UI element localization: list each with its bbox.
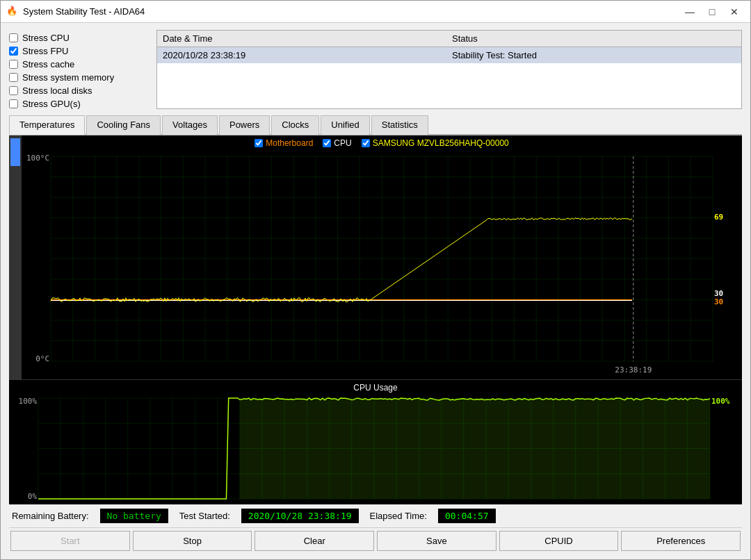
legend-mb-label: Motherboard bbox=[266, 138, 313, 148]
temp-chart-legend: Motherboard CPU SAMSUNG MZVLB256HAHQ-000… bbox=[26, 138, 738, 148]
stress-cache-label: Stress cache bbox=[22, 59, 74, 69]
log-row-empty bbox=[157, 77, 741, 91]
log-status: Stability Test: Started bbox=[446, 47, 741, 64]
test-started-label: Test Started: bbox=[179, 511, 230, 521]
tab-powers[interactable]: Powers bbox=[219, 115, 270, 135]
tab-clocks[interactable]: Clocks bbox=[271, 115, 319, 135]
legend-samsung-label: SAMSUNG MZVLB256HAHQ-00000 bbox=[373, 138, 509, 148]
window-title: System Stability Test - AIDA64 bbox=[23, 6, 679, 17]
start-button[interactable]: Start bbox=[10, 531, 130, 551]
legend-cpu-checkbox[interactable] bbox=[323, 139, 331, 147]
temperature-chart-container: Motherboard CPU SAMSUNG MZVLB256HAHQ-000… bbox=[9, 135, 742, 379]
stress-memory-checkbox[interactable] bbox=[9, 73, 18, 82]
tab-cooling-fans[interactable]: Cooling Fans bbox=[86, 115, 161, 135]
window-content: Stress CPU Stress FPU Stress cache Stres… bbox=[1, 23, 750, 559]
legend-motherboard: Motherboard bbox=[255, 138, 313, 148]
cpu-chart-body bbox=[13, 395, 738, 502]
cpu-chart-canvas bbox=[13, 395, 738, 502]
cpu-chart-title: CPU Usage bbox=[13, 383, 738, 393]
stress-options-panel: Stress CPU Stress FPU Stress cache Stres… bbox=[9, 30, 148, 109]
tabs-bar: Temperatures Cooling Fans Voltages Power… bbox=[9, 115, 742, 135]
cpu-usage-chart-container: CPU Usage bbox=[9, 379, 742, 504]
stress-disk-option[interactable]: Stress local disks bbox=[9, 85, 148, 96]
tab-temperatures[interactable]: Temperatures bbox=[9, 115, 85, 135]
legend-samsung: SAMSUNG MZVLB256HAHQ-00000 bbox=[362, 138, 509, 148]
sidebar-indicator bbox=[10, 138, 20, 166]
stress-memory-label: Stress system memory bbox=[22, 72, 114, 83]
temperature-chart-panel: Motherboard CPU SAMSUNG MZVLB256HAHQ-000… bbox=[22, 135, 742, 379]
elapsed-label: Elapsed Time: bbox=[370, 511, 427, 521]
legend-samsung-checkbox[interactable] bbox=[362, 139, 370, 147]
clear-button[interactable]: Clear bbox=[255, 531, 374, 551]
temp-chart-body bbox=[26, 151, 738, 377]
log-table: Date & Time Status 2020/10/28 23:38:19 S… bbox=[156, 30, 742, 109]
tab-statistics[interactable]: Statistics bbox=[371, 115, 428, 135]
stop-button[interactable]: Stop bbox=[133, 531, 252, 551]
chart-sidebar bbox=[9, 135, 22, 379]
battery-label: Remaining Battery: bbox=[12, 511, 89, 521]
bottom-buttons: Start Stop Clear Save CPUID Preferences bbox=[9, 527, 742, 554]
window-controls: — □ ✕ bbox=[679, 3, 745, 20]
test-started-value: 2020/10/28 23:38:19 bbox=[241, 509, 359, 523]
main-window: 🔥 System Stability Test - AIDA64 — □ ✕ S… bbox=[0, 0, 751, 560]
log-row-empty bbox=[157, 91, 741, 105]
charts-area: Motherboard CPU SAMSUNG MZVLB256HAHQ-000… bbox=[9, 135, 742, 504]
stress-disk-checkbox[interactable] bbox=[9, 86, 18, 95]
minimize-button[interactable]: — bbox=[679, 3, 700, 20]
tabs-container: Temperatures Cooling Fans Voltages Power… bbox=[9, 115, 742, 135]
stress-gpu-option[interactable]: Stress GPU(s) bbox=[9, 99, 148, 109]
tab-voltages[interactable]: Voltages bbox=[162, 115, 218, 135]
status-bar: Remaining Battery: No battery Test Start… bbox=[9, 504, 742, 527]
log-row: 2020/10/28 23:38:19 Stability Test: Star… bbox=[157, 47, 741, 64]
stress-cache-checkbox[interactable] bbox=[9, 60, 18, 69]
stress-gpu-checkbox[interactable] bbox=[9, 99, 18, 108]
legend-cpu-label: CPU bbox=[334, 138, 351, 148]
stress-fpu-option[interactable]: Stress FPU bbox=[9, 46, 148, 56]
top-section: Stress CPU Stress FPU Stress cache Stres… bbox=[9, 30, 742, 109]
stress-fpu-label: Stress FPU bbox=[22, 46, 68, 56]
cpuid-button[interactable]: CPUID bbox=[499, 531, 619, 551]
col-status: Status bbox=[446, 31, 741, 47]
temp-chart-canvas bbox=[26, 151, 738, 377]
stress-gpu-label: Stress GPU(s) bbox=[22, 99, 81, 109]
close-button[interactable]: ✕ bbox=[724, 3, 745, 20]
stress-disk-label: Stress local disks bbox=[22, 85, 92, 96]
log-datetime: 2020/10/28 23:38:19 bbox=[157, 47, 446, 64]
battery-value: No battery bbox=[100, 509, 168, 523]
stress-memory-option[interactable]: Stress system memory bbox=[9, 72, 148, 83]
title-bar: 🔥 System Stability Test - AIDA64 — □ ✕ bbox=[1, 1, 750, 23]
stress-cpu-label: Stress CPU bbox=[22, 33, 70, 43]
tab-unified[interactable]: Unified bbox=[321, 115, 369, 135]
elapsed-value: 00:04:57 bbox=[438, 509, 496, 523]
stress-cache-option[interactable]: Stress cache bbox=[9, 59, 148, 69]
app-icon: 🔥 bbox=[6, 6, 19, 18]
log-row-empty bbox=[157, 63, 741, 77]
col-datetime: Date & Time bbox=[157, 31, 446, 47]
stress-cpu-checkbox[interactable] bbox=[9, 33, 18, 42]
stress-cpu-option[interactable]: Stress CPU bbox=[9, 33, 148, 43]
legend-cpu: CPU bbox=[323, 138, 351, 148]
preferences-button[interactable]: Preferences bbox=[621, 531, 741, 551]
maximize-button[interactable]: □ bbox=[702, 3, 722, 20]
legend-mb-checkbox[interactable] bbox=[255, 139, 263, 147]
stress-fpu-checkbox[interactable] bbox=[9, 47, 18, 56]
save-button[interactable]: Save bbox=[377, 531, 496, 551]
